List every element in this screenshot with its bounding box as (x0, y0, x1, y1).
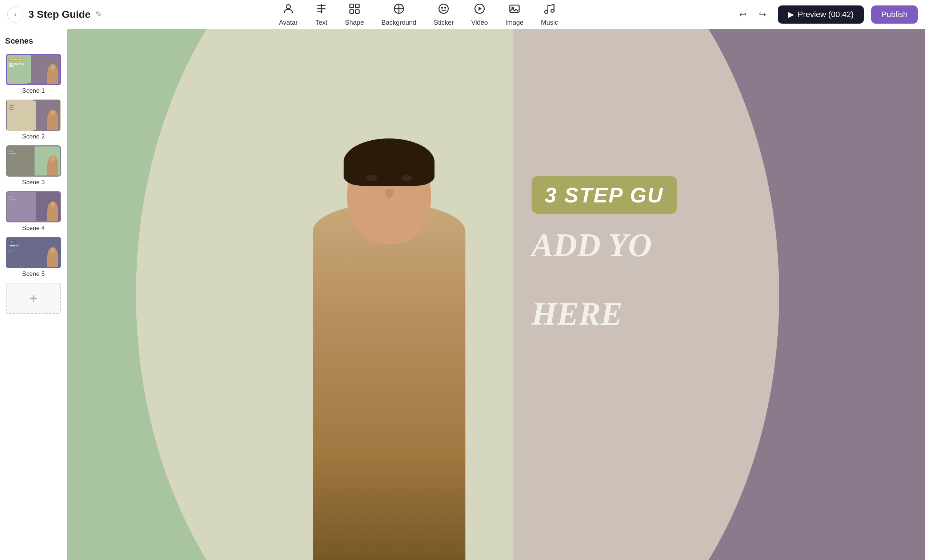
shape-label: Shape (345, 19, 364, 27)
svg-point-16 (551, 9, 554, 12)
back-button[interactable]: ‹ (7, 6, 23, 23)
shape-icon (348, 3, 361, 17)
tool-text[interactable]: Text (315, 3, 328, 27)
avatar-hair (343, 138, 434, 186)
avatar-nose (386, 189, 393, 198)
avatar-icon (282, 3, 295, 17)
scene3-text: Step 2description (8, 149, 33, 155)
scene2-label: Scene 2 (22, 133, 45, 140)
scene1-mini: 3 STEP GUIDE ADD YOUR TITLEHERE (7, 55, 60, 84)
video-icon (473, 3, 486, 17)
redo-icon: ↪ (759, 9, 766, 20)
undo-redo-group: ↩ ↪ (735, 6, 770, 23)
toolbar-left: ‹ 3 Step Guide ✎ (7, 6, 102, 23)
scene5-mini-person (47, 247, 58, 267)
avatar-shirt (313, 203, 466, 560)
edit-title-icon[interactable]: ✎ (96, 10, 102, 19)
image-label: Image (505, 19, 524, 27)
background-label: Background (381, 19, 416, 27)
scene1-thumbnail[interactable]: 3 STEP GUIDE ADD YOUR TITLEHERE (6, 54, 61, 85)
avatar-head (347, 146, 431, 244)
publish-button[interactable]: Publish (871, 6, 918, 24)
sidebar-item-scene5[interactable]: Q&A Contact Me contact infohere Scene 5 (5, 237, 62, 278)
sidebar-item-scene3[interactable]: Step 2description Scene 3 (5, 146, 62, 186)
scene4-mini-person (47, 201, 58, 221)
publish-label: Publish (881, 10, 908, 19)
sticker-label: Sticker (434, 19, 454, 27)
sidebar-item-scene2[interactable]: ● Step 1● Step 2● Step 3 Scene 2 (5, 99, 62, 140)
scene3-mini-person (47, 156, 58, 176)
toolbar: ‹ 3 Step Guide ✎ Avatar Text (0, 0, 925, 29)
add-scene-icon: + (29, 291, 37, 306)
preview-button[interactable]: ▶ Preview (00:42) (778, 6, 864, 24)
scene4-label: Scene 4 (22, 225, 45, 232)
tool-music[interactable]: Music (541, 3, 558, 27)
svg-point-9 (442, 7, 443, 8)
svg-rect-4 (356, 9, 359, 13)
tool-sticker[interactable]: Sticker (434, 3, 454, 27)
sidebar-item-scene1[interactable]: 3 STEP GUIDE ADD YOUR TITLEHERE Scene 1 (5, 54, 62, 95)
scene2-thumbnail[interactable]: ● Step 1● Step 2● Step 3 (6, 99, 61, 131)
scene2-mini-person (47, 110, 58, 130)
scene1-mini-person (47, 64, 58, 84)
scene3-mini: Step 2description (7, 146, 60, 176)
scene5-mini: Q&A Contact Me contact infohere (7, 238, 60, 267)
preview-label: Preview (00:42) (798, 10, 854, 19)
avatar-figure (298, 50, 480, 560)
add-scene-item[interactable]: + (5, 283, 62, 314)
canvas-text-overlay: 3 STEP GU ADD YO HERE (514, 162, 925, 346)
text-label: Text (315, 19, 327, 27)
canvas-main-title[interactable]: ADD YO HERE (532, 228, 907, 332)
scenes-heading: Scenes (5, 36, 62, 46)
scene4-mini: ◆ ◆ ◆descriptionhere (7, 192, 60, 221)
undo-icon: ↩ (739, 9, 746, 20)
step-guide-text: 3 STEP GU (545, 183, 664, 207)
scene1-label: Scene 1 (22, 87, 45, 95)
svg-point-10 (445, 7, 446, 8)
scene5-thumbnail[interactable]: Q&A Contact Me contact infohere (6, 237, 61, 268)
video-label: Video (471, 19, 488, 27)
scene1-mini-text: ADD YOUR TITLEHERE (8, 63, 47, 67)
toolbar-right: ↩ ↪ ▶ Preview (00:42) Publish (735, 6, 918, 24)
undo-button[interactable]: ↩ (735, 6, 751, 23)
avatar-left-eye (366, 175, 377, 181)
scene1-mini-badge: 3 STEP GUIDE (8, 58, 23, 62)
tool-avatar[interactable]: Avatar (279, 3, 298, 27)
music-label: Music (541, 19, 558, 27)
redo-button[interactable]: ↪ (755, 6, 770, 23)
project-title: 3 Step Guide (29, 9, 90, 20)
preview-play-icon: ▶ (788, 10, 794, 19)
step-guide-badge[interactable]: 3 STEP GU (532, 176, 677, 214)
back-icon: ‹ (14, 10, 17, 18)
scene3-thumbnail[interactable]: Step 2description (6, 146, 61, 177)
canvas-area[interactable]: 3 STEP GU ADD YO HERE (67, 29, 925, 560)
avatar-label: Avatar (279, 19, 298, 27)
svg-rect-2 (356, 4, 359, 8)
scene2-mini: ● Step 1● Step 2● Step 3 (7, 101, 60, 130)
scene4-text: ◆ ◆ ◆descriptionhere (8, 195, 35, 203)
tool-video[interactable]: Video (471, 3, 488, 27)
image-icon (508, 3, 521, 17)
sidebar-item-scene4[interactable]: ◆ ◆ ◆descriptionhere Scene 4 (5, 191, 62, 232)
svg-point-8 (439, 4, 449, 14)
canvas-scene: 3 STEP GU ADD YO HERE (67, 29, 925, 560)
toolbar-center: Avatar Text Shape (102, 3, 735, 27)
sidebar: Scenes 3 STEP GUIDE ADD YOUR TITLEHERE S… (0, 29, 67, 560)
tool-background[interactable]: Background (381, 3, 416, 27)
sticker-icon (437, 3, 450, 17)
main-content: Scenes 3 STEP GUIDE ADD YOUR TITLEHERE S… (0, 29, 925, 560)
add-scene-button[interactable]: + (6, 283, 61, 314)
svg-rect-3 (350, 9, 353, 13)
svg-rect-1 (350, 4, 353, 8)
scene5-sub-text: contact infohere (8, 249, 15, 252)
tool-image[interactable]: Image (505, 3, 524, 27)
tool-shape[interactable]: Shape (345, 3, 364, 27)
scene2-text: ● Step 1● Step 2● Step 3 (8, 104, 35, 111)
scene5-label: Scene 5 (22, 270, 45, 278)
avatar-right-eye (401, 175, 412, 181)
scene4-thumbnail[interactable]: ◆ ◆ ◆descriptionhere (6, 191, 61, 222)
background-icon (393, 3, 405, 17)
scene5-contact-text: Contact Me (9, 245, 18, 247)
scene3-label: Scene 3 (22, 179, 45, 186)
scene5-qa-badge: Q&A (9, 240, 17, 243)
